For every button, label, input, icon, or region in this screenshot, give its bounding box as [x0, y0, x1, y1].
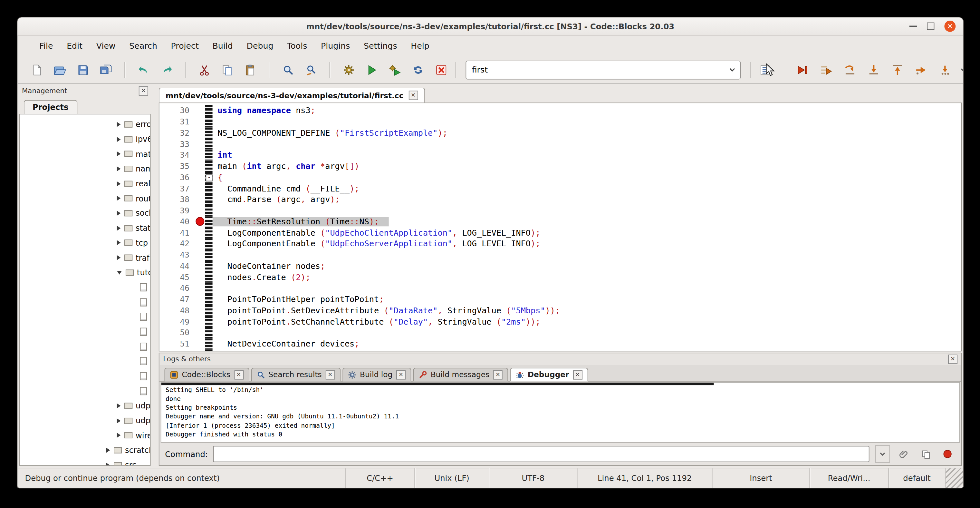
next-line-button[interactable]	[840, 60, 859, 79]
code-text[interactable]: cmd.Parse (argc, argv);	[213, 195, 340, 204]
menu-view[interactable]: View	[89, 39, 123, 53]
copy-icon[interactable]	[918, 446, 934, 462]
step-out-button[interactable]	[888, 60, 907, 79]
build-and-run-button[interactable]	[386, 60, 404, 79]
debug-continue-button[interactable]	[793, 60, 812, 79]
code-text[interactable]: pointToPoint.SetDeviceAttribute ("DataRa…	[213, 306, 560, 315]
save-all-button[interactable]	[97, 60, 116, 79]
close-button[interactable]: ✕	[944, 21, 956, 32]
copy-button[interactable]	[218, 60, 237, 79]
code-text[interactable]: main (int argc, char *argv[])	[213, 161, 360, 171]
paste-button[interactable]	[241, 60, 260, 79]
logs-close-icon[interactable]: ✕	[948, 355, 958, 364]
tree-item-sock[interactable]: sock	[20, 206, 150, 221]
abort-build-button[interactable]	[432, 60, 451, 79]
chevron-down-icon[interactable]	[724, 66, 740, 74]
breakpoint-margin[interactable]	[194, 217, 205, 226]
rebuild-button[interactable]	[409, 60, 428, 79]
tree-item-tuto[interactable]: tuto	[20, 265, 150, 280]
tree-item-scratcl[interactable]: scratcl	[20, 443, 150, 458]
chevron-right-icon[interactable]	[117, 166, 121, 172]
resize-grip[interactable]	[945, 468, 963, 488]
menu-file[interactable]: File	[33, 39, 60, 53]
editor-tab-close-icon[interactable]: ✕	[409, 91, 418, 100]
step-into-button[interactable]	[864, 60, 883, 79]
code-text[interactable]: pointToPoint.SetChannelAttribute ("Delay…	[213, 317, 541, 326]
log-tab-debugger[interactable]: Debugger✕	[510, 368, 588, 381]
log-tab-close-icon[interactable]: ✕	[493, 370, 503, 379]
breakpoint-marker[interactable]	[195, 217, 204, 226]
tree-item-rout[interactable]: rout	[20, 191, 150, 206]
management-close-icon[interactable]: ✕	[139, 86, 148, 96]
menu-build[interactable]: Build	[205, 39, 240, 53]
command-input[interactable]	[213, 446, 869, 462]
log-tab-close-icon[interactable]: ✕	[325, 370, 335, 379]
open-folder-button[interactable]	[51, 60, 69, 79]
tree-item-stat[interactable]: stat	[20, 220, 150, 235]
next-instruction-button[interactable]	[912, 60, 931, 79]
chevron-right-icon[interactable]	[117, 403, 121, 408]
tree-item-real[interactable]: real	[20, 176, 150, 191]
tree-item-trafl[interactable]: trafl	[20, 250, 150, 265]
code-text[interactable]: devices = pointToPoint.Install (nodes);	[213, 350, 418, 351]
code-text[interactable]: NetDeviceContainer devices;	[213, 339, 360, 349]
chevron-right-icon[interactable]	[117, 122, 121, 127]
stop-icon[interactable]	[939, 446, 956, 462]
code-text[interactable]: Time::SetResolution (Time::NS);	[213, 217, 389, 226]
code-text[interactable]: LogComponentEnable ("UdpEchoClientApplic…	[213, 228, 541, 237]
code-text[interactable]: PointToPointHelper pointToPoint;	[213, 295, 384, 304]
tree-item-fif[interactable]: fif	[20, 280, 150, 295]
chevron-right-icon[interactable]	[117, 211, 121, 216]
tree-item-src[interactable]: src	[20, 458, 150, 466]
command-history-dropdown[interactable]	[875, 445, 890, 463]
chevron-right-icon[interactable]	[117, 433, 121, 438]
menu-tools[interactable]: Tools	[280, 39, 314, 53]
log-tab-close-icon[interactable]: ✕	[396, 370, 406, 379]
code-text[interactable]: int	[213, 150, 232, 159]
code-text[interactable]: NodeContainer nodes;	[213, 261, 325, 271]
code-text[interactable]: CommandLine cmd (__FILE__);	[213, 184, 360, 193]
run-to-cursor-button[interactable]	[817, 60, 836, 79]
find-button[interactable]	[278, 60, 298, 79]
editor-tab-first-cc[interactable]: mnt/dev/tools/source/ns-3-dev/examples/t…	[159, 88, 425, 103]
build-button[interactable]	[339, 60, 358, 79]
log-tab-build-log[interactable]: Build log✕	[342, 368, 411, 381]
code-text[interactable]: {	[213, 172, 223, 182]
tree-item-udp[interactable]: udp	[20, 398, 150, 413]
tree-item-fo[interactable]: fo	[20, 309, 150, 324]
toolbar-overflow-chevron[interactable]	[954, 60, 964, 79]
menu-edit[interactable]: Edit	[60, 39, 89, 53]
log-tab-close-icon[interactable]: ✕	[573, 370, 582, 379]
menu-settings[interactable]: Settings	[357, 39, 404, 53]
chevron-right-icon[interactable]	[117, 181, 121, 186]
tree-item-ipv6[interactable]: ipv6	[20, 132, 150, 147]
tree-item-he[interactable]: he	[20, 324, 150, 339]
chevron-right-icon[interactable]	[106, 448, 110, 453]
tree-item-udp-[interactable]: udp-	[20, 413, 150, 428]
chevron-right-icon[interactable]	[117, 137, 121, 142]
tree-item-six[interactable]: six	[20, 369, 150, 384]
chevron-down-icon[interactable]	[117, 271, 122, 274]
undo-button[interactable]	[134, 60, 153, 79]
chevron-right-icon[interactable]	[117, 240, 121, 245]
fold-marker[interactable]: -	[205, 174, 212, 181]
tree-item-wire[interactable]: wire	[20, 428, 150, 443]
maximize-button[interactable]	[927, 22, 934, 30]
chevron-right-icon[interactable]	[117, 196, 121, 201]
save-button[interactable]	[74, 60, 92, 79]
tree-item-erro[interactable]: erro	[20, 117, 150, 132]
tree-item-se[interactable]: se	[20, 339, 150, 354]
find-replace-button[interactable]	[302, 60, 321, 79]
cut-button[interactable]	[195, 60, 213, 79]
tree-item-nam[interactable]: nam	[20, 161, 150, 176]
paperclip-icon[interactable]	[896, 446, 912, 462]
code-text[interactable]: nodes.Create (2);	[213, 272, 310, 282]
chevron-right-icon[interactable]	[106, 463, 110, 466]
redo-button[interactable]	[158, 60, 176, 79]
minimize-button[interactable]	[910, 26, 917, 27]
log-tab-code-blocks[interactable]: Code::Blocks✕	[164, 368, 249, 381]
chevron-right-icon[interactable]	[117, 226, 121, 231]
log-tab-search-results[interactable]: Search results✕	[251, 368, 340, 381]
build-target-combo[interactable]: first	[466, 60, 741, 79]
debugger-output[interactable]: Setting SHELL to '/bin/sh'doneSetting br…	[161, 382, 960, 443]
